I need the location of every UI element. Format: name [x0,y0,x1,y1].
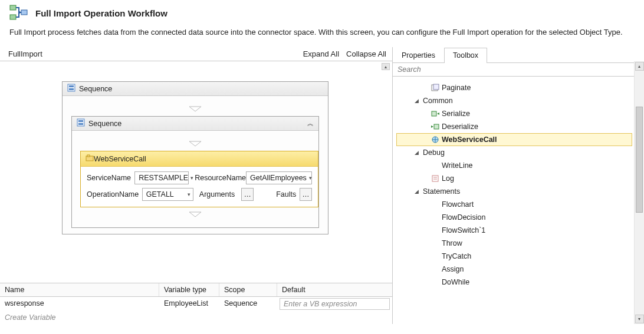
operation-name-label: OperationName [87,190,142,199]
service-name-label: ServiceName [87,174,134,182]
svg-rect-17 [432,111,436,116]
sequence-inner-label: Sequence [88,120,121,128]
variable-row[interactable]: wsresponse EmployeeList Sequence Enter a… [0,297,392,311]
svg-marker-18 [437,113,439,115]
connector-down-icon[interactable] [80,207,310,221]
svg-rect-5 [69,85,74,87]
variables-panel: Name Variable type Scope Default wsrespo… [0,283,392,324]
toolbox-item-flowdecision[interactable]: FlowDecision [396,211,632,224]
chevron-down-icon: ▾ [190,175,193,181]
breadcrumb[interactable]: FullImport [8,49,42,58]
sequence-inner-activity[interactable]: Sequence ︽ [71,116,319,228]
create-variable-link[interactable]: Create Variable [0,311,392,324]
workflow-canvas[interactable]: ▴ Sequence [0,61,392,283]
faults-label: Faults [276,190,296,199]
sequence-outer-label: Sequence [79,85,112,93]
toolbox-item-throw[interactable]: Throw [396,237,632,250]
svg-rect-8 [77,119,84,126]
page-title: Full Import Operation Workflow [35,8,167,18]
col-variable-type[interactable]: Variable type [159,283,219,296]
svg-marker-11 [189,141,201,146]
expand-all-button[interactable]: Expand All [303,49,339,58]
connector-down-icon[interactable] [71,102,320,116]
webservice-icon [431,135,442,144]
sequence-icon [77,118,85,128]
scroll-up-icon[interactable]: ▴ [382,63,390,70]
deserialize-icon [431,123,442,131]
arguments-button[interactable]: … [241,188,254,201]
chevron-down-icon: ▾ [309,175,312,181]
toolbox-item-paginate[interactable]: Paginate [396,81,632,94]
webservicecall-activity[interactable]: WebServiceCall ServiceName RESTSAMPLE▾ R… [80,151,318,207]
svg-rect-13 [87,155,90,157]
toolbox-scrollbar[interactable]: ▴ ▾ [634,61,644,324]
resource-name-combo[interactable]: GetAllEmployees▾ [246,171,312,184]
sequence-outer-activity[interactable]: Sequence Sequence ︽ [62,81,328,234]
toolbox-category-debug[interactable]: ◢ Debug [396,146,632,159]
chevron-down-icon: ▾ [188,191,190,197]
col-scope[interactable]: Scope [219,283,277,296]
webservicecall-title: WebServiceCall [94,155,146,163]
sequence-icon [67,84,75,94]
toolbox-item-dowhile[interactable]: DoWhile [396,276,632,289]
col-default[interactable]: Default [277,283,392,296]
resource-name-label: ResourceName [195,174,246,182]
variable-scope-cell[interactable]: Sequence [219,297,277,311]
toolbox-item-trycatch[interactable]: TryCatch [396,250,632,263]
tab-toolbox[interactable]: Toolbox [444,48,487,63]
svg-rect-9 [78,120,83,122]
svg-marker-3 [19,11,21,14]
scroll-thumb[interactable] [636,107,643,213]
expand-arrow-icon: ◢ [415,150,423,156]
scroll-down-icon[interactable]: ▾ [635,315,644,323]
variable-default-input[interactable]: Enter a VB expression [280,298,390,310]
toolbox-item-log[interactable]: Log [396,172,632,185]
scroll-up-icon[interactable]: ▴ [635,62,644,71]
svg-rect-0 [10,5,16,10]
toolbox-category-common[interactable]: ◢ Common [396,94,632,107]
svg-rect-16 [433,84,439,90]
paginate-icon [431,84,442,92]
svg-marker-7 [189,107,201,111]
arguments-label: Arguments [199,190,238,199]
collapse-icon[interactable]: ︽ [307,119,314,128]
page-description: Full Import process fetches data from th… [0,24,644,47]
toolbox-item-serialize[interactable]: Serialize [396,107,632,120]
toolbox-item-webservicecall[interactable]: WebServiceCall [396,133,632,146]
service-name-combo[interactable]: RESTSAMPLE▾ [134,171,189,184]
log-icon [431,174,442,183]
webservice-icon [86,154,94,164]
svg-rect-6 [69,88,74,90]
tab-properties[interactable]: Properties [393,48,444,63]
svg-marker-20 [431,125,433,128]
serialize-icon [431,110,442,118]
operation-name-combo[interactable]: GETALL▾ [142,188,193,201]
collapse-all-button[interactable]: Collapse All [346,49,386,58]
toolbox-category-statements[interactable]: ◢ Statements [396,185,632,198]
toolbox-item-writeline[interactable]: WriteLine [396,159,632,172]
svg-rect-22 [432,176,438,181]
svg-rect-19 [434,124,439,129]
expand-arrow-icon: ◢ [415,98,423,104]
toolbox-item-flowchart[interactable]: Flowchart [396,198,632,211]
variable-type-cell[interactable]: EmployeeList [159,297,219,311]
toolbox-item-flowswitch[interactable]: FlowSwitch`1 [396,224,632,237]
col-name[interactable]: Name [0,283,159,296]
svg-rect-4 [68,84,75,91]
svg-rect-2 [21,10,27,15]
expand-arrow-icon: ◢ [415,189,423,194]
workflow-icon [9,4,28,23]
svg-rect-1 [10,15,16,19]
toolbox-item-deserialize[interactable]: Deserialize [396,120,632,133]
svg-marker-14 [189,212,201,217]
svg-rect-10 [78,123,83,125]
toolbox-search-input[interactable] [393,63,644,77]
faults-button[interactable]: … [300,188,312,201]
toolbox-item-assign[interactable]: Assign [396,263,632,276]
connector-down-icon[interactable] [80,137,310,151]
variable-name-cell[interactable]: wsresponse [0,297,159,311]
